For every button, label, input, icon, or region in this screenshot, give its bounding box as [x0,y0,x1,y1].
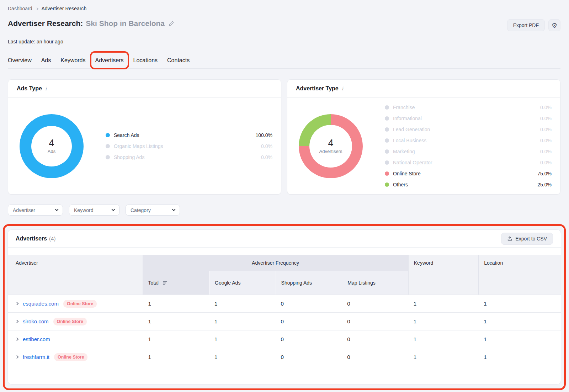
legend-label: Franchise [393,105,540,110]
legend-dot [106,133,110,137]
column-header-google-ads: Google Ads [209,271,276,295]
advertiser-link[interactable]: estiber.com [23,336,50,342]
tab-contacts[interactable]: Contacts [167,54,190,68]
summary-cards: Ads Type i 4 Ads Search Ads 100.0% [8,79,560,195]
tab-ads[interactable]: Ads [41,54,51,68]
gear-icon: ⚙ [551,21,557,30]
advertiser-research-page: Dashboard Advertiser Research Advertiser… [0,0,569,392]
keyword-cell: 1 [408,295,478,312]
google-ads-cell: 1 [209,348,276,366]
legend-dot [106,155,110,159]
filter-label: Advertiser [13,207,35,213]
ads-type-card-header: Ads Type i [8,80,281,98]
ads-type-center-label: Ads [48,149,55,154]
column-header-map-listings: Map Listings [342,271,408,295]
legend-dot [385,105,389,110]
advertiser-filter-dropdown[interactable]: Advertiser [8,205,63,216]
legend-value: 0.0% [540,160,552,165]
ads-type-card: Ads Type i 4 Ads Search Ads 100.0% [8,79,281,195]
table-row: freshfarm.it Online Store 1 1 0 0 1 1 [8,348,561,366]
upload-icon [507,236,512,241]
legend-item: Local Business 0.0% [385,135,552,146]
advertiser-type-legend: Franchise 0.0% Informational 0.0% Lead G… [385,102,552,190]
page-title: Advertiser Research: Ski Shop in Barcelo… [8,19,174,28]
advertiser-link[interactable]: esquiades.com [23,301,59,307]
map-listings-cell: 0 [342,330,408,348]
advertiser-type-card-header: Advertiser Type i [287,80,560,98]
map-listings-cell: 0 [342,348,408,366]
expand-row-chevron-icon[interactable] [15,355,19,359]
total-label: Total [148,280,159,286]
info-icon[interactable]: i [45,86,47,91]
sort-descending-icon[interactable] [163,281,167,285]
legend-label: Others [393,182,537,187]
table-footer-row [8,366,561,384]
legend-value: 0.0% [261,154,272,160]
location-cell: 1 [478,348,561,366]
tab-locations[interactable]: Locations [133,54,158,68]
advertiser-type-donut-chart: 4 Advertisers [299,114,363,178]
legend-value: 0.0% [540,105,552,110]
legend-dot [385,127,389,132]
total-cell: 1 [143,330,209,348]
legend-item: National Operator 0.0% [385,157,552,168]
advertisers-table-header: Advertisers(4) Export to CSV [8,230,561,248]
export-pdf-button[interactable]: Export PDF [507,19,545,31]
expand-row-chevron-icon[interactable] [15,302,19,306]
legend-label: Online Store [393,171,537,176]
advertiser-type-card-body: 4 Advertisers Franchise 0.0% Information… [287,98,560,194]
tab-keywords[interactable]: Keywords [60,54,85,68]
legend-label: Search Ads [114,132,256,138]
total-cell: 1 [143,295,209,312]
google-ads-cell: 1 [209,330,276,348]
expand-row-chevron-icon[interactable] [15,320,19,323]
advertiser-link[interactable]: freshfarm.it [23,354,49,360]
tab-advertisers[interactable]: Advertisers [95,54,124,68]
edit-title-button[interactable] [168,21,174,27]
chevron-right-icon [35,7,38,10]
legend-value: 0.0% [540,149,552,154]
column-header-keyword: Keyword [408,255,478,295]
legend-item: Franchise 0.0% [385,102,552,113]
advertisers-table-title: Advertisers [16,235,47,242]
advertiser-type-title: Advertiser Type [296,85,339,92]
category-filter-dropdown[interactable]: Category [126,205,180,216]
keyword-filter-dropdown[interactable]: Keyword [69,205,119,216]
pencil-icon [168,21,174,27]
legend-value: 100.0% [256,132,272,138]
advertiser-link[interactable]: siroko.com [23,318,49,324]
export-to-csv-button[interactable]: Export to CSV [501,233,553,245]
column-header-total[interactable]: Total [143,271,209,295]
filter-bar: Advertiser Keyword Category [8,205,560,216]
legend-dot [385,160,389,165]
online-store-badge: Online Store [53,318,87,325]
total-cell: 1 [143,312,209,330]
tab-bar: Overview Ads Keywords Advertisers Locati… [8,54,560,69]
legend-item: Marketing 0.0% [385,146,552,157]
ads-type-legend: Search Ads 100.0% Organic Maps Listings … [106,129,272,163]
tab-overview[interactable]: Overview [8,54,32,68]
export-to-csv-label: Export to CSV [515,236,547,242]
breadcrumb-current: Advertiser Research [42,6,87,11]
expand-row-chevron-icon[interactable] [15,338,19,341]
legend-item: Search Ads 100.0% [106,129,272,141]
ads-type-center-value: 4 [49,138,54,149]
chevron-down-icon [172,208,176,211]
total-cell: 1 [143,348,209,366]
keyword-cell: 1 [408,348,478,366]
settings-button[interactable]: ⚙ [548,19,560,31]
info-icon[interactable]: i [342,86,343,91]
shopping-ads-cell: 0 [276,348,342,366]
legend-label: National Operator [393,160,540,165]
advertiser-type-card: Advertiser Type i 4 Advertisers Franchis… [287,79,560,195]
filter-label: Keyword [74,207,93,213]
advertiser-type-center-value: 4 [328,138,333,149]
legend-item: Organic Maps Listings 0.0% [106,141,272,152]
breadcrumb-dashboard-link[interactable]: Dashboard [8,6,32,11]
online-store-badge: Online Store [63,300,97,308]
legend-dot [385,149,389,154]
chevron-down-icon [55,208,59,211]
advertisers-count: (4) [49,235,55,242]
last-update-text: Last update: an hour ago [8,39,560,44]
legend-value: 0.0% [540,116,552,121]
